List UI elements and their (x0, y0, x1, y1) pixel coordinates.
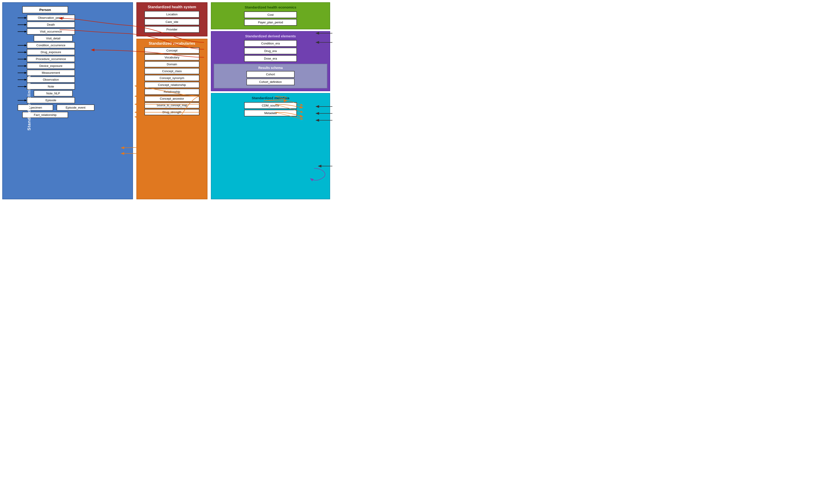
specimen-box: Specimen (18, 105, 53, 111)
derived-elements-title: Standardized derived elements (214, 34, 327, 38)
source-concept-map-box: Source_to_concept_map (144, 102, 199, 108)
drug-exposure-box: Drug_exposure (27, 49, 75, 55)
health-economics-title: Standardized health economics (214, 5, 327, 10)
provider-box: Provider (144, 26, 199, 33)
dose-era-box: Dose_era (244, 55, 297, 62)
svg-marker-13 (25, 45, 27, 46)
location-box: Location (144, 11, 199, 18)
cohort-box: Cohort (247, 71, 294, 78)
svg-marker-7 (25, 17, 27, 19)
episode-event-box: Episode_event (57, 105, 94, 111)
svg-marker-9 (25, 24, 27, 26)
condition-era-box: Condition_era (244, 40, 297, 47)
metadata-item-box: Metadata (244, 110, 297, 116)
condition-occurrence-box: Condition_occurrence (27, 42, 75, 48)
domain-box: Domain (144, 61, 199, 67)
vocabularies-panel: Standardized vocabularies Concept Vocabu… (136, 39, 207, 199)
cost-box: Cost (244, 11, 297, 18)
procedure-occurrence-box: Procedure_occurrence (27, 56, 75, 62)
drug-strength-box: Drug_strength (144, 109, 199, 115)
note-nlp-box: Note_NLP (34, 90, 73, 96)
left-panel-section-label: Standardized clinical data (27, 71, 32, 130)
health-system-panel: Standardized health system Location Care… (136, 2, 207, 36)
death-box: Death (27, 22, 75, 28)
device-exposure-box: Device_exposure (27, 63, 75, 69)
results-schema-panel: Results schema Cohort Cohort_definition (214, 64, 327, 88)
visit-detail-box: Visit_detail (34, 35, 73, 41)
svg-marker-17 (25, 58, 27, 60)
svg-marker-15 (25, 51, 27, 53)
concept-box: Concept (144, 48, 199, 54)
vocabulary-box: Vocabulary (144, 54, 199, 60)
svg-marker-11 (25, 31, 27, 32)
relationship-box: Relationship (144, 89, 199, 95)
concept-class-box: Concept_class (144, 68, 199, 74)
drug-era-box: Drug_era (244, 48, 297, 54)
observation-box: Observation (27, 77, 75, 83)
metadata-title: Standardized metadata (214, 96, 327, 100)
observation-period-box: Observation_period (27, 14, 75, 21)
svg-marker-19 (25, 65, 27, 67)
cdm-source-box: CDM_source (244, 102, 297, 109)
results-schema-title: Results schema (216, 66, 325, 70)
concept-ancestor-box: Concept_ancestor (144, 95, 199, 102)
cohort-definition-box: Cohort_definition (247, 79, 294, 85)
payer-plan-period-box: Payer_plan_period (244, 19, 297, 26)
vocabularies-title: Standardized vocabularies (139, 41, 205, 46)
care-site-box: Care_site (144, 19, 199, 25)
left-panel: Standardized clinical data Person Observ… (2, 2, 133, 199)
episode-box: Episode (27, 97, 75, 103)
derived-elements-panel: Standardized derived elements Condition_… (211, 31, 330, 91)
health-system-title: Standardized health system (139, 5, 205, 9)
health-economics-panel: Standardized health economics Cost Payer… (211, 2, 330, 29)
person-box: Person (22, 6, 68, 13)
measurement-box: Measurement (27, 70, 75, 76)
metadata-panel: Standardized metadata CDM_source Metadat… (211, 93, 330, 199)
concept-relationship-box: Concept_relationship (144, 82, 199, 88)
visit-occurrence-box: Visit_occurrence (27, 28, 75, 35)
note-box: Note (27, 83, 75, 90)
concept-synonym-box: Concept_synonym (144, 75, 199, 81)
